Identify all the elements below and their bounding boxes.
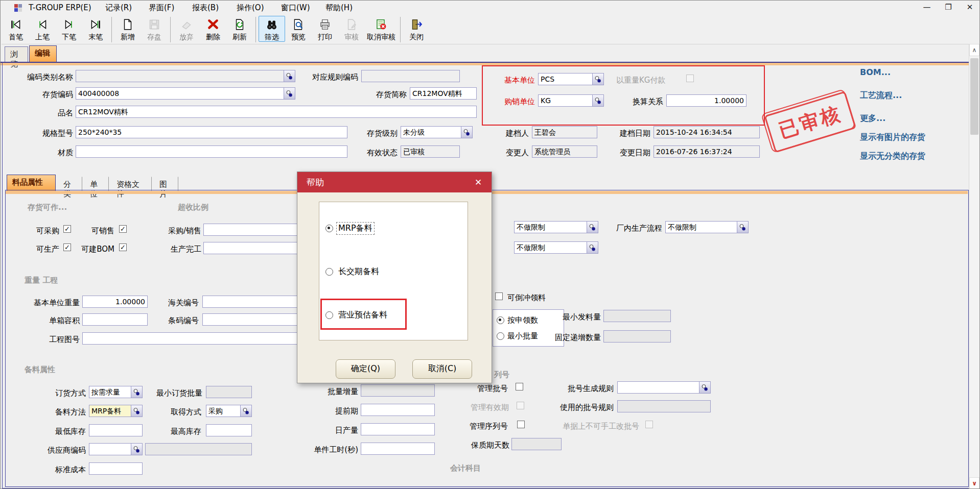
inventory-level-field[interactable]: 未分级 — [401, 126, 473, 138]
limit-field-2[interactable]: 不做限制 — [514, 241, 598, 254]
acquire-mode-field[interactable]: 采购 — [206, 405, 252, 417]
std-cost-field[interactable] — [89, 462, 143, 475]
lead-time-field[interactable] — [361, 404, 435, 416]
spec-model-field[interactable]: 250*240*35 — [76, 126, 347, 138]
close-button[interactable]: ✕ — [962, 3, 977, 12]
dialog-close-icon[interactable]: ✕ — [472, 172, 484, 192]
dialog-option-long-lead[interactable]: 长交期备料 — [325, 266, 381, 278]
trade-unit-field[interactable]: KG — [538, 94, 604, 107]
label-barcode: 条码编号 — [163, 315, 199, 326]
dialog-ok-button[interactable]: 确定(Q) — [336, 359, 395, 379]
batch-rule-field[interactable] — [617, 381, 711, 394]
link-more[interactable]: 更多... — [860, 113, 885, 124]
toolbar-delete[interactable]: 删除 — [200, 16, 226, 42]
lookup-icon[interactable] — [592, 74, 603, 85]
order-mode-field[interactable]: 按需求量 — [89, 386, 143, 398]
menu-record[interactable]: 记录(R) — [105, 3, 132, 13]
subtab-category[interactable]: 分类 — [58, 177, 82, 191]
prep-method-field[interactable]: MRP备料 — [89, 405, 143, 417]
base-weight-field[interactable]: 1.00000 — [82, 296, 148, 308]
create-date-field: 2015-10-24 16:34:54 — [654, 126, 760, 138]
save-floppy-icon — [148, 17, 161, 32]
menu-app[interactable]: T-GROUP ERP(E) — [29, 3, 91, 12]
link-show-with-image[interactable]: 显示有图片的存货 — [860, 132, 925, 143]
can-buy-checkbox[interactable]: ✓ — [63, 225, 71, 233]
scrollbar-thumb[interactable] — [970, 58, 978, 135]
new-doc-icon — [121, 17, 134, 32]
manage-batch-checkbox[interactable] — [516, 383, 523, 390]
link-process-flow[interactable]: 工艺流程... — [860, 90, 902, 101]
lookup-icon[interactable] — [131, 405, 142, 417]
toolbar-cancel-audit[interactable]: 取消审核 — [365, 16, 398, 42]
conversion-field[interactable]: 1.00000 — [666, 94, 746, 107]
lookup-icon[interactable] — [461, 127, 472, 138]
menu-window[interactable]: 窗口(W) — [281, 3, 310, 13]
limit-field-1[interactable]: 不做限制 — [514, 221, 598, 233]
box-volume-field[interactable] — [82, 313, 148, 326]
toolbar-next[interactable]: 下笔 — [56, 16, 82, 42]
manage-serial-checkbox[interactable] — [517, 421, 525, 428]
restore-button[interactable]: ❐ — [941, 3, 956, 12]
lookup-icon[interactable] — [737, 222, 748, 233]
subtab-qualification[interactable]: 资格文件 — [111, 177, 152, 191]
can-bom-checkbox[interactable]: ✓ — [119, 243, 127, 251]
unit-work-time-field[interactable] — [361, 443, 435, 455]
toolbar-new[interactable]: 新增 — [114, 16, 141, 42]
menu-help[interactable]: 帮助(H) — [325, 3, 353, 13]
scroll-up-icon[interactable]: ∧ — [969, 44, 979, 56]
lookup-icon[interactable] — [284, 88, 295, 99]
subtab-item-props[interactable]: 料品属性 — [7, 175, 56, 191]
menu-report[interactable]: 报表(B) — [192, 3, 219, 13]
toolbar-first[interactable]: 首笔 — [3, 16, 29, 42]
code-category-field[interactable] — [76, 70, 295, 82]
toolbar-filter[interactable]: 筛选 — [259, 16, 285, 42]
tab-browse[interactable]: 浏览 — [5, 46, 28, 62]
dialog-option-mrp[interactable]: MRP备料 — [325, 223, 374, 234]
toolbar-last[interactable]: 末笔 — [82, 16, 109, 42]
link-bom[interactable]: BOM... — [860, 67, 891, 77]
toolbar-preview[interactable]: 预览 — [285, 16, 312, 42]
backflush-checkbox[interactable] — [495, 292, 503, 300]
menu-view[interactable]: 界面(F) — [149, 3, 174, 13]
dialog-option-sales-forecast[interactable]: 营业预估备料 — [325, 309, 389, 321]
product-name-field[interactable]: CR12MOV精料 — [76, 106, 477, 118]
toolbar-close-form[interactable]: 关闭 — [403, 16, 430, 42]
lookup-icon[interactable] — [131, 386, 142, 398]
can-make-checkbox[interactable]: ✓ — [63, 243, 71, 251]
dialog-cancel-button[interactable]: 取消(C) — [412, 359, 472, 379]
minimize-button[interactable]: — — [919, 3, 935, 12]
radio-min-batch[interactable]: 最小批量 — [497, 331, 538, 341]
toolbar-print[interactable]: 打印 — [312, 16, 338, 42]
inventory-abbr-field[interactable]: CR12MOV精料 — [410, 87, 477, 100]
lookup-icon[interactable] — [587, 222, 598, 233]
min-stock-field[interactable] — [89, 424, 143, 436]
subtab-picture[interactable]: 图片 — [154, 177, 178, 191]
link-show-unclassified[interactable]: 显示无分类的存货 — [860, 151, 925, 162]
daily-output-field[interactable] — [361, 423, 435, 435]
can-sell-checkbox[interactable]: ✓ — [119, 225, 127, 233]
vertical-scrollbar[interactable]: ∧ ∨ — [969, 44, 979, 489]
toolbar-prev[interactable]: 上笔 — [29, 16, 56, 42]
lookup-icon[interactable] — [699, 382, 710, 393]
lookup-icon[interactable] — [592, 95, 603, 106]
scroll-down-icon[interactable]: ∨ — [969, 477, 979, 489]
lookup-icon[interactable] — [240, 405, 251, 417]
label-can-make: 可生产 — [29, 244, 59, 254]
lookup-icon[interactable] — [587, 242, 598, 253]
tab-edit[interactable]: 编辑 — [29, 45, 57, 62]
inventory-code-field[interactable]: 400400008 — [76, 87, 295, 100]
label-can-bom: 可建BOM — [76, 244, 114, 254]
subtab-unit[interactable]: 单位 — [84, 177, 109, 191]
base-unit-field[interactable]: PCS — [538, 73, 604, 85]
material-field[interactable] — [76, 145, 347, 158]
menu-action[interactable]: 操作(O) — [237, 3, 264, 13]
label-base-weight: 基本单位重量 — [24, 298, 80, 308]
supplier-code-field[interactable] — [89, 443, 143, 455]
max-stock-field[interactable] — [206, 424, 252, 436]
label-status: 有效状态 — [317, 148, 398, 158]
menu-bar: T-GROUP ERP(E) 记录(R) 界面(F) 报表(B) 操作(O) 窗… — [1, 1, 980, 16]
radio-by-request[interactable]: 按申领数 — [497, 315, 538, 325]
toolbar-refresh[interactable]: 刷新 — [226, 16, 253, 42]
factory-flow-field[interactable]: 不做限制 — [665, 221, 749, 233]
lookup-icon[interactable] — [131, 444, 142, 455]
